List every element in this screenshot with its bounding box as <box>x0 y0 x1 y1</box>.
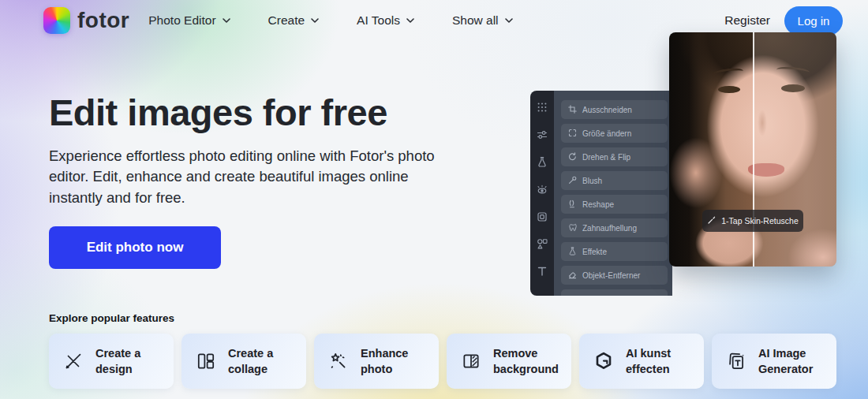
ai-art-effects-card[interactable]: AI kunst effecten <box>579 334 704 389</box>
editor-toolbar-rail <box>530 91 554 296</box>
goart-hexagon-icon <box>593 351 614 371</box>
fotor-logo-icon <box>43 7 70 34</box>
chevron-down-icon <box>406 18 414 23</box>
reshape-pinch-icon <box>568 200 577 210</box>
nav-item-photo-editor[interactable]: Photo Editor <box>148 13 230 28</box>
menu-item-crop: Ausschneiden <box>561 100 668 119</box>
ai-image-generator-card[interactable]: AI Image Generator <box>712 334 836 389</box>
menu-item-label: Blush <box>582 177 602 185</box>
fotor-landing-page: { "brand": { "name": "fotor" }, "nav": {… <box>0 0 868 399</box>
adjust-sliders-icon <box>537 129 548 140</box>
nav-item-show-all[interactable]: Show all <box>452 13 513 28</box>
menu-item-label: Drehen & Flip <box>582 153 630 162</box>
tooth-icon <box>568 223 577 233</box>
eraser-icon <box>568 270 577 281</box>
blush-brush-icon <box>568 176 577 186</box>
chevron-down-icon <box>311 18 319 23</box>
menu-item-effects: Effekte <box>561 242 668 261</box>
feature-cards-row: Create a design Create a collage Enhance… <box>49 334 836 389</box>
menu-item-label: Größe ändern <box>582 129 631 138</box>
menu-item-reshape: Reshape <box>561 195 668 214</box>
design-pencils-icon <box>63 351 84 371</box>
fotor-logo[interactable]: fotor <box>43 7 129 34</box>
editor-menu-panel: Ausschneiden Größe ändern Drehen & Flip … <box>554 91 672 296</box>
collage-layout-icon <box>196 351 216 371</box>
main-nav: Photo Editor Create AI Tools Show all <box>148 13 512 28</box>
chevron-down-icon <box>223 18 230 23</box>
popular-features-section: Explore popular features Create a design… <box>49 312 836 389</box>
elements-shapes-icon <box>537 238 548 249</box>
feature-card-label: Create a collage <box>228 345 301 378</box>
nav-item-ai-tools[interactable]: AI Tools <box>357 13 414 28</box>
menu-item-label: Objekt-Entferner <box>582 271 640 280</box>
chevron-down-icon <box>505 18 513 23</box>
effects-flask-icon <box>568 247 577 257</box>
rotate-icon <box>568 152 577 162</box>
remove-background-card[interactable]: Remove background <box>447 334 571 389</box>
nav-label: Photo Editor <box>148 13 215 28</box>
editor-mockup-illustration: Ausschneiden Größe ändern Drehen & Flip … <box>530 62 836 296</box>
enhance-photo-card[interactable]: Enhance photo <box>314 334 439 389</box>
menu-item-partial <box>561 289 668 296</box>
left-eyebrow <box>713 67 744 78</box>
nav-label: AI Tools <box>357 13 400 28</box>
menu-item-label: Reshape <box>582 200 614 209</box>
menu-item-teeth-whitening: Zahnaufhellung <box>561 218 668 237</box>
skin-retouch-badge-label: 1-Tap Skin-Retusche <box>721 216 798 226</box>
flask-icon <box>537 156 548 167</box>
magic-wand-icon <box>707 215 716 226</box>
frame-icon <box>537 211 548 222</box>
nav-label: Create <box>268 13 305 28</box>
feature-card-label: Remove background <box>493 345 566 378</box>
page-title: Edit images for free <box>49 91 459 134</box>
hero-section: Edit images for free Experience effortle… <box>49 91 459 269</box>
skin-retouch-badge: 1-Tap Skin-Retusche <box>702 210 803 232</box>
menu-item-blush: Blush <box>561 171 668 190</box>
edit-photo-now-button[interactable]: Edit photo now <box>49 226 221 269</box>
header-actions: Register Log in <box>724 6 843 35</box>
hero-description: Experience effortless photo editing onli… <box>49 146 459 208</box>
apps-grid-icon <box>537 102 548 113</box>
menu-item-rotate-flip: Drehen & Flip <box>561 147 668 166</box>
create-a-collage-card[interactable]: Create a collage <box>181 334 306 389</box>
feature-card-label: Enhance photo <box>361 345 433 378</box>
register-link[interactable]: Register <box>724 13 770 28</box>
left-eye <box>718 86 740 93</box>
login-button[interactable]: Log in <box>784 6 843 35</box>
remove-background-icon <box>461 351 481 371</box>
text-tool-icon <box>537 266 548 277</box>
feature-card-label: AI Image Generator <box>758 345 831 378</box>
create-a-design-card[interactable]: Create a design <box>49 334 174 389</box>
menu-item-object-remover: Objekt-Entferner <box>561 266 668 285</box>
resize-icon <box>568 129 577 139</box>
menu-item-resize: Größe ändern <box>561 124 668 143</box>
before-after-portrait-image: 1-Tap Skin-Retusche <box>669 32 836 267</box>
enhance-wand-star-icon <box>328 351 349 371</box>
crop-icon <box>568 105 577 115</box>
fotor-wordmark: fotor <box>77 8 129 33</box>
menu-item-label: Zahnaufhellung <box>582 224 637 233</box>
nav-item-create[interactable]: Create <box>268 13 320 28</box>
beauty-eye-icon <box>537 184 548 195</box>
feature-card-label: AI kunst effecten <box>626 345 698 378</box>
nav-label: Show all <box>452 13 499 28</box>
feature-card-label: Create a design <box>95 345 168 378</box>
menu-item-label: Ausschneiden <box>582 106 632 114</box>
menu-item-label: Effekte <box>582 248 607 256</box>
ai-image-cards-icon <box>726 351 746 371</box>
features-heading: Explore popular features <box>49 312 836 324</box>
